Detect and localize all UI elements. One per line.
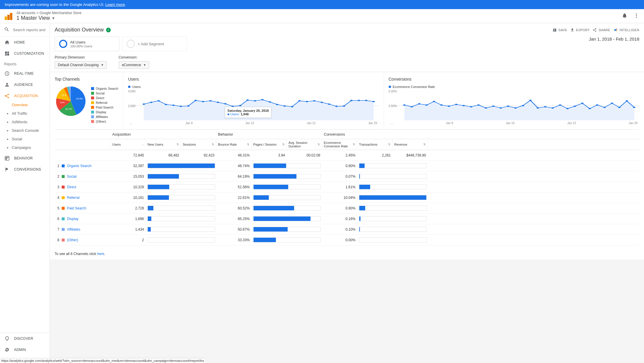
channel-swatch-icon [62, 175, 65, 178]
channel-link[interactable]: Organic Search [67, 164, 91, 168]
col-revenue[interactable]: Revenue⇅ [393, 139, 428, 150]
svg-point-29 [217, 102, 219, 103]
legend-item[interactable]: Social [91, 91, 118, 95]
legend-swatch-icon [91, 115, 94, 118]
svg-point-52 [403, 104, 405, 106]
col-sessions[interactable]: Sessions⇅ [181, 139, 216, 150]
x-axis: …Jan 8Jan 15Jan 22Jan 29 [389, 121, 640, 125]
group-header-behavior: Behavior [216, 130, 322, 139]
sidebar-item-customization[interactable]: CUSTOMIZATION [0, 48, 50, 59]
subnav-social[interactable]: ▸Social [12, 136, 50, 142]
col-users[interactable]: Users↓ [110, 139, 146, 150]
intelligence-button[interactable]: INTELLIGEN [613, 28, 639, 32]
conversion-select[interactable]: eCommerce▼ [119, 61, 149, 69]
legend-item[interactable]: Direct [91, 96, 118, 100]
legend-item[interactable]: Affiliates [91, 115, 118, 119]
svg-point-11 [616, 29, 617, 29]
export-button[interactable]: EXPORT [570, 28, 590, 32]
legend-swatch-icon [91, 87, 94, 90]
channel-link[interactable]: Referral [67, 196, 80, 200]
sidebar-item-conversions[interactable]: CONVERSIONS [0, 164, 50, 175]
svg-point-10 [614, 29, 616, 31]
sidebar-item-admin[interactable]: ADMIN [0, 344, 50, 355]
subnav-all-traffic[interactable]: ▸All Traffic [12, 110, 50, 117]
sidebar-search[interactable] [0, 23, 50, 37]
svg-rect-7 [5, 156, 9, 160]
svg-point-70 [536, 107, 539, 109]
legend-item[interactable]: Referral [91, 101, 118, 104]
col-ecr[interactable]: Ecommerce Conversion Rate⇅ [322, 139, 357, 150]
svg-point-23 [172, 105, 175, 106]
home-icon [4, 40, 10, 45]
primary-dimension-select[interactable]: Default Channel Grouping▼ [55, 61, 107, 69]
sidebar-item-discover[interactable]: DISCOVER [0, 333, 50, 344]
svg-point-72 [551, 107, 554, 109]
channel-link[interactable]: Display [67, 217, 78, 221]
sidebar-item-audience[interactable]: AUDIENCE [0, 79, 50, 90]
sidebar-item-home[interactable]: HOME [0, 37, 50, 48]
legend-swatch-icon [91, 92, 94, 95]
col-pages-session[interactable]: Pages / Session⇅ [251, 139, 287, 150]
conversion-label: Conversion: [119, 55, 149, 59]
add-segment-button[interactable]: + Add Segment [122, 36, 187, 51]
chevron-down-icon: ▼ [101, 64, 104, 66]
page-title: Acquisition Overview ✓ [55, 27, 111, 33]
col-avg-duration[interactable]: Avg. Session Duration⇅ [287, 139, 322, 150]
ga-logo-icon [5, 12, 12, 20]
svg-point-59 [455, 104, 457, 105]
sidebar-item-behavior[interactable]: BEHAVIOR [0, 153, 50, 164]
bell-icon[interactable] [622, 13, 628, 19]
svg-point-83 [633, 107, 635, 108]
svg-point-58 [447, 106, 450, 107]
svg-point-66 [507, 106, 509, 107]
share-button[interactable]: SHARE [593, 28, 610, 32]
channel-link[interactable]: Affiliates [67, 227, 80, 232]
sidebar-item-realtime[interactable]: REAL-TIME [0, 68, 50, 79]
col-transactions[interactable]: Transactions⇅ [357, 139, 393, 150]
subnav-search-console[interactable]: ▸Search Console [12, 127, 50, 134]
svg-point-44 [328, 104, 330, 105]
legend-item[interactable]: (Other) [91, 120, 118, 123]
channel-link[interactable]: Social [67, 174, 77, 179]
svg-point-73 [559, 104, 561, 106]
announcement-link[interactable]: Learn more [105, 2, 125, 7]
col-bounce-rate[interactable]: Bounce Rate⇅ [216, 139, 251, 150]
svg-point-24 [180, 106, 182, 107]
legend-item[interactable]: Display [91, 110, 118, 114]
save-button[interactable]: SAVE [553, 28, 567, 32]
channel-link[interactable]: (Other) [67, 238, 78, 242]
svg-point-36 [269, 101, 271, 102]
svg-point-60 [462, 105, 465, 106]
svg-point-39 [291, 106, 293, 107]
segment-all-users[interactable]: All Users 100.00% Users [55, 36, 119, 51]
legend-item[interactable]: Organic Search [91, 87, 118, 90]
svg-text:14%: 14% [60, 101, 65, 104]
breadcrumb[interactable]: All accounts > Google Merchandise Store [16, 11, 81, 15]
svg-point-42 [313, 100, 316, 101]
svg-point-55 [425, 104, 428, 106]
svg-point-75 [573, 106, 576, 107]
legend-swatch-icon [91, 101, 94, 104]
channel-link[interactable]: Paid Search [67, 206, 86, 210]
legend-item[interactable]: Paid Search [91, 106, 118, 109]
date-range-picker[interactable]: Jan 1, 2018 - Feb 1, 2018 [589, 36, 639, 41]
view-selector[interactable]: 1 Master View ▼ [16, 15, 81, 21]
subnav-adwords[interactable]: ▸AdWords [12, 119, 50, 125]
svg-point-4 [5, 95, 6, 97]
footer-note: To see all 8 Channels click here. [50, 248, 644, 259]
view-title: 1 Master View [16, 15, 50, 21]
legend-swatch-icon [91, 106, 94, 109]
svg-point-13 [614, 29, 615, 30]
subnav-overview[interactable]: Overview [12, 101, 50, 108]
users-chart-panel: Users Users 4,000 2,000 …Jan 8Jan 15Jan … [123, 72, 384, 129]
more-vert-icon[interactable] [633, 13, 639, 19]
table-row: 7Affiliates1,43450.67%0.10% [55, 224, 639, 235]
sidebar-item-acquisition[interactable]: ACQUISITION [0, 90, 50, 101]
col-new-users[interactable]: New Users⇅ [146, 139, 181, 150]
see-all-channels-link[interactable]: here [97, 252, 104, 256]
subnav-campaigns[interactable]: ▸Campaigns [12, 144, 50, 151]
channel-link[interactable]: Direct [67, 185, 76, 189]
search-input[interactable] [13, 28, 46, 32]
pie-legend: Organic SearchSocialDirectReferralPaid S… [91, 87, 118, 123]
legend-swatch-icon [91, 120, 94, 123]
